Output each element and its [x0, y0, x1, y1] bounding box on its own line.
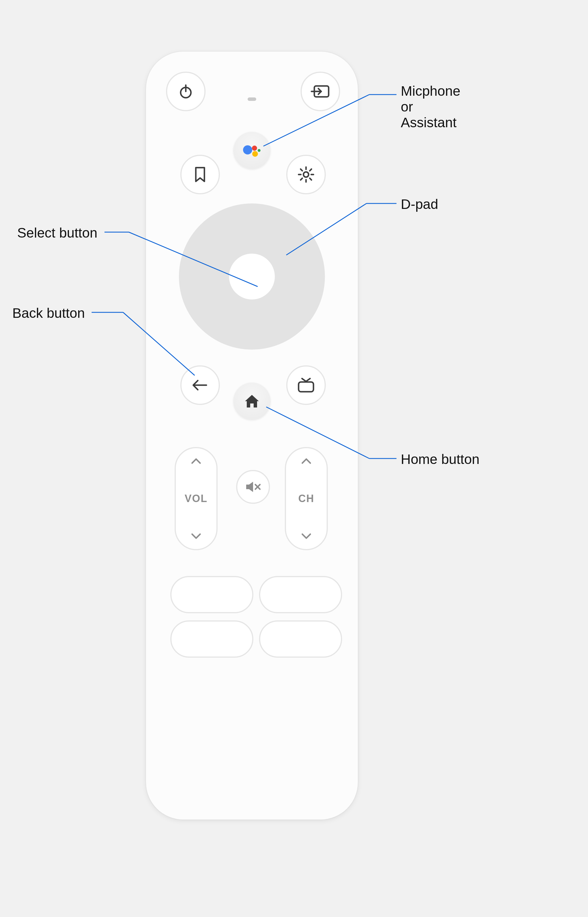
back-arrow-icon [192, 378, 209, 392]
home-icon [243, 393, 260, 410]
svg-point-5 [252, 146, 257, 151]
diagram-stage: VOL CH [0, 0, 588, 917]
back-button[interactable] [180, 365, 220, 405]
app-shortcut-4[interactable] [259, 621, 342, 658]
select-button[interactable] [229, 254, 275, 300]
chevron-up-icon [191, 457, 202, 465]
home-button[interactable] [233, 382, 271, 420]
svg-point-6 [252, 151, 258, 157]
callout-assistant: Micphone or Assistant [401, 83, 460, 131]
callout-home: Home button [401, 451, 480, 467]
live-tv-button[interactable] [286, 365, 326, 405]
input-source-icon [310, 84, 330, 99]
gear-icon [297, 166, 315, 183]
settings-button[interactable] [286, 155, 326, 194]
svg-point-8 [304, 172, 309, 177]
app-shortcut-3[interactable] [170, 621, 254, 658]
bookmark-button[interactable] [180, 155, 220, 194]
app-shortcut-2[interactable] [259, 576, 342, 613]
chevron-up-icon [300, 457, 312, 465]
svg-point-4 [243, 145, 252, 154]
volume-rocker[interactable]: VOL [174, 447, 218, 550]
channel-rocker[interactable]: CH [285, 447, 328, 550]
power-icon [177, 83, 194, 100]
svg-line-13 [300, 169, 302, 171]
svg-rect-18 [299, 382, 313, 392]
remote-body: VOL CH [146, 52, 358, 820]
chevron-down-icon [300, 532, 312, 540]
tv-icon [297, 377, 315, 393]
svg-point-7 [258, 149, 260, 152]
callout-back: Back button [12, 305, 85, 321]
callout-select: Select button [17, 225, 97, 241]
assistant-icon [242, 142, 262, 159]
input-source-button[interactable] [300, 72, 340, 111]
svg-line-16 [310, 169, 312, 171]
mute-icon [244, 481, 262, 493]
svg-line-14 [310, 178, 312, 180]
chevron-down-icon [191, 532, 202, 540]
mute-button[interactable] [236, 470, 270, 504]
microphone-led [248, 97, 256, 101]
app-shortcut-1[interactable] [170, 576, 254, 613]
svg-line-15 [300, 178, 302, 180]
power-button[interactable] [166, 72, 205, 111]
assistant-button[interactable] [233, 132, 271, 169]
volume-label: VOL [185, 493, 208, 505]
callout-dpad: D-pad [401, 196, 438, 212]
channel-label: CH [298, 493, 314, 505]
bookmark-icon [193, 166, 207, 183]
